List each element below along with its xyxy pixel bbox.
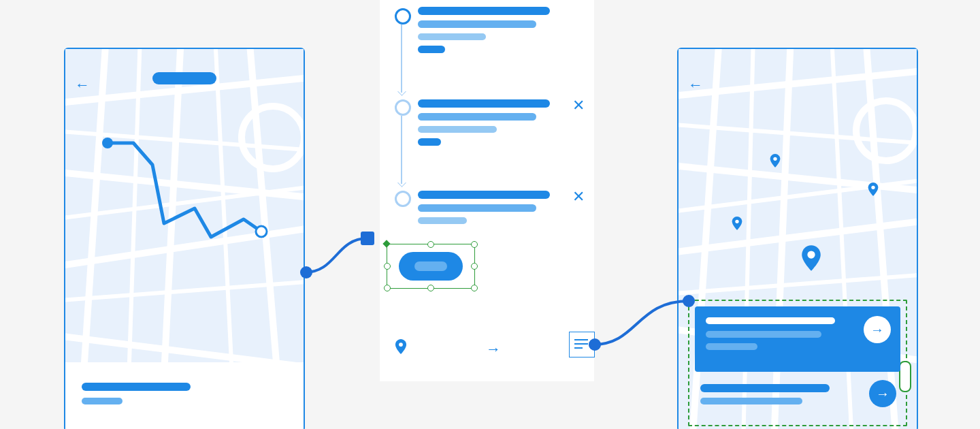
go-button[interactable]: → [864,316,891,343]
text-placeholder [418,20,536,28]
text-placeholder [82,383,191,391]
step-1 [418,7,550,53]
selection-handle[interactable] [471,241,478,248]
text-placeholder [418,126,497,133]
chevron-down-icon [397,87,406,96]
text-placeholder [418,138,441,146]
map-pin-icon[interactable] [868,182,879,196]
text-placeholder [418,204,536,212]
map-pin-large-icon[interactable] [801,245,821,271]
timeline-connector [401,25,402,93]
text-placeholder [700,384,830,392]
text-placeholder [418,99,550,108]
svg-point-0 [242,106,304,169]
text-placeholder [418,217,467,224]
selected-component[interactable] [387,244,475,289]
svg-point-7 [735,220,738,223]
svg-point-3 [399,343,403,347]
result-card-primary[interactable]: → [695,306,900,372]
steps-panel: ✕ ✕ → [380,0,594,381]
text-placeholder [706,331,821,338]
svg-point-2 [256,226,267,237]
text-placeholder [418,46,445,53]
phone-mock-right: ← → → [677,48,918,429]
svg-point-8 [807,251,815,258]
selection-handle[interactable] [384,263,391,270]
step-2 [418,99,550,146]
svg-point-5 [773,157,777,161]
svg-point-4 [856,101,916,161]
back-arrow-icon[interactable]: ← [75,76,90,94]
back-arrow-icon[interactable]: ← [688,76,703,94]
selection-dashed-area[interactable]: → → [688,300,907,426]
timeline-connector [401,116,402,184]
svg-point-6 [871,186,875,189]
svg-point-1 [102,138,113,148]
chevron-down-icon [397,178,406,187]
arrow-right-icon[interactable]: → [486,340,501,358]
selection-handle[interactable] [427,285,434,291]
text-placeholder [82,398,122,404]
go-button[interactable]: → [869,380,896,407]
step-3 [418,191,550,224]
note-icon[interactable] [569,332,595,358]
pin-icon[interactable] [395,339,407,358]
text-placeholder [706,343,757,350]
selection-resize-handle[interactable] [899,361,911,392]
timeline-node [395,99,411,116]
bottom-sheet [65,362,304,429]
timeline [395,8,408,381]
map-pin-icon[interactable] [732,217,742,230]
selection-handle[interactable] [427,241,434,248]
timeline-node [395,191,411,207]
selection-handle[interactable] [471,263,478,270]
pill-button-label [414,261,447,271]
text-placeholder [418,33,486,40]
text-placeholder [418,7,550,15]
text-placeholder [706,317,835,324]
panel-footer: → [380,339,594,366]
text-placeholder [700,398,802,404]
map-pin-icon[interactable] [770,154,781,168]
text-placeholder [418,191,550,199]
phone-mock-left: ← [64,48,305,429]
timeline-node-start [395,8,411,25]
selection-rotate-handle[interactable] [382,240,390,247]
svg-rect-10 [361,232,374,245]
text-placeholder [418,113,536,121]
remove-step-icon[interactable]: ✕ [572,188,585,206]
selection-handle[interactable] [384,285,391,291]
pill-button[interactable] [399,252,463,281]
remove-step-icon[interactable]: ✕ [572,97,585,114]
selection-handle[interactable] [471,285,478,291]
header-chip [152,72,216,84]
